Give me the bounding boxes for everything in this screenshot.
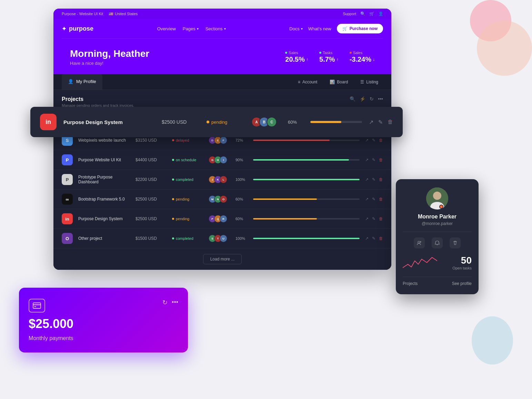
proj-amount-4: $2200 USD — [135, 177, 167, 182]
svg-rect-1 — [33, 304, 41, 305]
tab-my-profile[interactable]: 👤 My Profile — [62, 74, 102, 90]
edit-icon[interactable]: ✎ — [372, 216, 375, 221]
support-link[interactable]: Support — [343, 12, 356, 16]
stat-dot-1 — [285, 52, 287, 54]
account-icon: ≡ — [298, 80, 300, 84]
more-payment-icon[interactable]: ••• — [172, 299, 178, 306]
main-row-actions: ↗ ✎ 🗑 — [369, 119, 393, 125]
proj-status-3: on schedule — [172, 158, 203, 162]
tab-listing[interactable]: ☰ Listing — [355, 77, 383, 87]
bg-decoration-teal — [472, 316, 513, 365]
profile-card: Monroe Parker @monroe.parker 50 — [396, 179, 479, 294]
proj-amount-7: $1500 USD — [135, 236, 167, 241]
tab-board[interactable]: 📊 Board — [325, 77, 353, 87]
see-profile-link[interactable]: See profile — [452, 281, 472, 286]
edit-icon[interactable]: ✎ — [372, 138, 375, 143]
delete-icon[interactable]: 🗑 — [379, 236, 383, 241]
edit-icon[interactable]: ✎ — [372, 157, 375, 162]
profile-tab-icon: 👤 — [68, 79, 73, 84]
search-icon[interactable]: 🔍 — [360, 11, 365, 16]
refresh-payment-icon[interactable]: ↻ — [162, 299, 168, 306]
svg-rect-2 — [34, 306, 36, 307]
delete-icon[interactable]: 🗑 — [388, 119, 393, 125]
proj-row-actions-6: ↗ ✎ 🗑 — [365, 216, 383, 221]
proj-percent-6: 60% — [235, 217, 248, 221]
delete-icon[interactable]: 🗑 — [379, 157, 383, 162]
load-more-button[interactable]: Load more ... — [203, 254, 242, 264]
open-tasks: 50 Open tasks — [452, 255, 472, 270]
top-nav-left: Purpose - Website UI Kit 🇺🇸 United State… — [62, 12, 138, 16]
more-icon[interactable]: ••• — [378, 96, 383, 102]
search-projects-icon[interactable]: 🔍 — [350, 96, 355, 102]
external-link-icon[interactable]: ↗ — [365, 197, 369, 202]
logo-area: ✦ purpose — [62, 25, 93, 32]
main-row-logo: in — [40, 114, 57, 130]
external-link-icon[interactable]: ↗ — [365, 138, 369, 143]
proj-logo-5: ∞ — [62, 194, 73, 205]
proj-avatars-2: D E F — [209, 136, 227, 144]
proj-row-actions-3: ↗ ✎ 🗑 — [365, 157, 383, 162]
purchase-button[interactable]: 🛒 Purchase now — [337, 24, 383, 33]
svg-point-6 — [418, 241, 420, 243]
main-row-avatars: A B C — [251, 117, 277, 127]
external-link-icon[interactable]: ↗ — [369, 119, 373, 125]
proj-status-2: delayed — [172, 138, 203, 142]
open-tasks-count: 50 — [452, 255, 472, 266]
proj-progress-6 — [253, 218, 360, 219]
nav-links: Overview Pages ▾ Sections ▾ — [157, 26, 226, 31]
proj-percent-2: 72% — [235, 138, 248, 142]
edit-icon[interactable]: ✎ — [372, 197, 375, 202]
proj-amount-3: $4400 USD — [135, 157, 167, 162]
table-row: P Prototype Purpose Dashboard $2200 USD … — [53, 170, 391, 190]
profile-projects-link[interactable]: Projects — [403, 281, 418, 286]
nav-whats-new[interactable]: What's new — [308, 26, 331, 31]
tab-account[interactable]: ≡ Account — [293, 77, 322, 87]
greeting-text: Morning, Heather — [70, 48, 149, 59]
stat-dot-3 — [350, 52, 352, 54]
notification-button[interactable] — [432, 237, 443, 248]
external-link-icon[interactable]: ↗ — [365, 157, 369, 162]
proj-percent-3: 90% — [235, 158, 248, 162]
greeting-subtitle: Have a nice day! — [70, 61, 149, 66]
edit-icon[interactable]: ✎ — [372, 177, 375, 182]
stat-tasks: Tasks 5.7% ↑ — [319, 51, 339, 63]
proj-logo-3: P — [62, 154, 73, 165]
load-more-section: Load more ... — [53, 248, 391, 270]
delete-icon[interactable]: 🗑 — [379, 216, 383, 221]
delete-profile-button[interactable] — [450, 237, 461, 248]
proj-name-2: Webpixels website launch — [78, 138, 130, 143]
main-row-status: pending — [207, 120, 244, 125]
main-row-amount: $2500 USD — [162, 119, 200, 125]
cart-icon[interactable]: 🛒 — [369, 11, 374, 16]
nav-overview[interactable]: Overview — [157, 26, 176, 31]
user-icon[interactable]: 👤 — [378, 11, 383, 16]
avatar — [426, 187, 448, 209]
delete-icon[interactable]: 🗑 — [379, 197, 383, 202]
top-nav-right: Support 🔍 🛒 👤 — [343, 11, 383, 16]
open-tasks-label: Open tasks — [452, 266, 472, 270]
proj-name-5: Bootstrap Framework 5.0 — [78, 197, 130, 202]
country-flag: 🇺🇸 United States — [109, 12, 138, 16]
add-user-button[interactable] — [414, 237, 425, 248]
hero-stats: Sales 20.5% ↑ Tasks 5.7% ↑ — [285, 51, 375, 63]
refresh-icon[interactable]: ↻ — [370, 96, 374, 102]
table-row: P Purpose Website UI Kit $4400 USD on sc… — [53, 150, 391, 170]
delete-icon[interactable]: 🗑 — [379, 177, 383, 182]
delete-icon[interactable]: 🗑 — [379, 138, 383, 143]
external-link-icon[interactable]: ↗ — [365, 236, 369, 241]
payment-label: Monthly payments — [29, 335, 178, 341]
edit-icon[interactable]: ✎ — [372, 236, 375, 241]
edit-icon[interactable]: ✎ — [378, 119, 383, 125]
external-link-icon[interactable]: ↗ — [365, 216, 369, 221]
external-link-icon[interactable]: ↗ — [365, 177, 369, 182]
listing-icon: ☰ — [360, 80, 364, 84]
main-row-percent: 60% — [288, 120, 303, 125]
nav-docs[interactable]: Docs ▾ — [289, 26, 303, 31]
nav-sections[interactable]: Sections ▾ — [205, 26, 226, 31]
bg-decoration-peach — [477, 21, 532, 76]
nav-pages[interactable]: Pages ▾ — [183, 26, 199, 31]
proj-row-actions-5: ↗ ✎ 🗑 — [365, 197, 383, 202]
nav-right: Docs ▾ What's new 🛒 Purchase now — [289, 24, 383, 33]
filter-icon[interactable]: ⚡ — [360, 96, 365, 102]
payment-amount: $25.000 — [29, 317, 178, 331]
